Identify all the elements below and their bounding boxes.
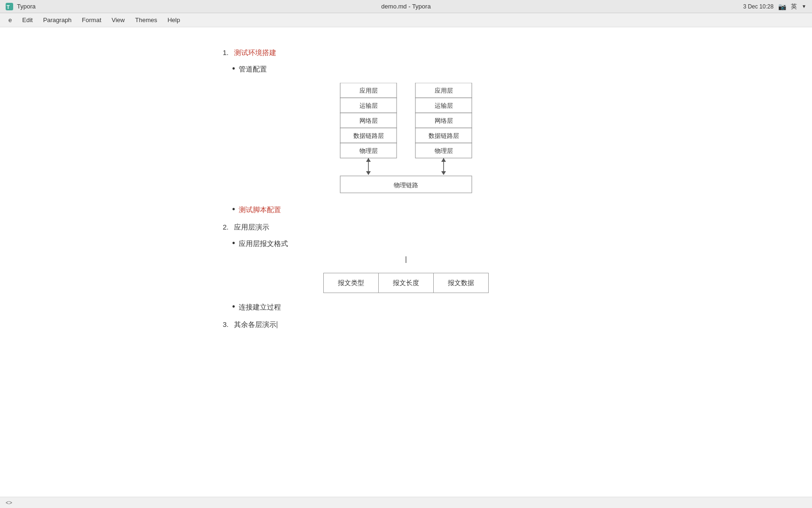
num-text-3: 其余各层演示 xyxy=(234,318,277,331)
bullet-dot-4: • xyxy=(232,302,235,311)
bullet-item-jiaob: • 测试脚本配置 xyxy=(232,203,589,216)
network-diagram-wrapper: 应用层 运输层 网络层 数据链路层 物理层 应用层 运输层 xyxy=(223,83,589,196)
table-cell-data: 报文数据 xyxy=(434,273,489,293)
svg-text:网络层: 网络层 xyxy=(359,117,378,124)
bullet-dot-2: • xyxy=(232,205,235,214)
svg-text:运输层: 运输层 xyxy=(435,102,453,109)
svg-text:应用层: 应用层 xyxy=(435,87,453,94)
status-text: <> xyxy=(6,500,12,506)
document[interactable]: 1. 测试环境搭建 • 管道配置 应用层 运输层 网络层 xyxy=(195,27,617,497)
titlebar: T Typora demo.md - Typora 3 Dec 10:28 📷 … xyxy=(0,0,812,13)
menubar: e Edit Paragraph Format View Themes Help xyxy=(0,13,812,27)
svg-marker-23 xyxy=(366,158,371,162)
num-1: 1. xyxy=(223,46,232,59)
svg-marker-24 xyxy=(366,171,371,175)
typora-icon: T xyxy=(6,3,13,10)
network-diagram: 应用层 运输层 网络层 数据链路层 物理层 应用层 运输层 xyxy=(336,83,476,196)
camera-icon: 📷 xyxy=(778,3,786,10)
bullet-text-lianjie: 连接建立过程 xyxy=(239,301,281,313)
bullet-dot-3: • xyxy=(232,239,235,247)
num-2: 2. xyxy=(223,221,232,233)
bullet-item-baow: • 应用层报文格式 xyxy=(232,237,589,250)
svg-text:数据链路层: 数据链路层 xyxy=(353,132,384,139)
menu-item-view[interactable]: View xyxy=(107,15,130,25)
svg-text:物理链路: 物理链路 xyxy=(394,182,418,189)
content-area: 1. 测试环境搭建 • 管道配置 应用层 运输层 网络层 xyxy=(0,27,812,497)
svg-text:物理层: 物理层 xyxy=(359,147,378,154)
svg-text:应用层: 应用层 xyxy=(359,87,378,94)
datetime: 3 Dec 10:28 xyxy=(743,3,773,10)
language-indicator: 英 xyxy=(791,2,797,11)
bullet-text-guandao: 管道配置 xyxy=(239,63,267,75)
menu-item-format[interactable]: Format xyxy=(77,15,106,25)
menu-item-themes[interactable]: Themes xyxy=(130,15,162,25)
bullet-text-jiaoben: 测试脚本配置 xyxy=(239,203,281,216)
chevron-down-icon: ▼ xyxy=(802,4,806,9)
app-name: Typora xyxy=(17,3,36,10)
bullet-item-guandao: • 管道配置 xyxy=(232,63,589,75)
menu-item-help[interactable]: Help xyxy=(163,15,185,25)
bullet-item-lianjie: • 连接建立过程 xyxy=(232,301,589,313)
menu-item-e[interactable]: e xyxy=(4,15,16,25)
bullet-dot-1: • xyxy=(232,64,235,73)
text-cursor-end xyxy=(277,321,277,328)
numbered-item-1: 1. 测试环境搭建 xyxy=(223,46,589,59)
message-table: 报文类型 报文长度 报文数据 xyxy=(323,273,489,293)
svg-marker-27 xyxy=(441,171,446,175)
table-header-row: 报文类型 报文长度 报文数据 xyxy=(324,273,489,293)
svg-text:物理层: 物理层 xyxy=(435,147,453,154)
svg-text:运输层: 运输层 xyxy=(359,102,378,109)
svg-text:T: T xyxy=(7,4,10,10)
document-title: demo.md - Typora xyxy=(381,3,430,10)
statusbar: <> xyxy=(0,497,812,508)
bullet-text-baow: 应用层报文格式 xyxy=(239,237,288,250)
text-cursor: | xyxy=(405,253,407,265)
menu-item-paragraph[interactable]: Paragraph xyxy=(39,15,77,25)
table-cell-length: 报文长度 xyxy=(379,273,434,293)
numbered-item-3: 3. 其余各层演示 xyxy=(223,318,589,331)
menu-item-edit[interactable]: Edit xyxy=(17,15,37,25)
table-wrapper: 报文类型 报文长度 报文数据 xyxy=(223,273,589,293)
titlebar-left: T Typora xyxy=(6,3,36,10)
cursor-area: | xyxy=(223,253,589,265)
num-3: 3. xyxy=(223,318,232,331)
table-cell-type: 报文类型 xyxy=(324,273,379,293)
numbered-item-2: 2. 应用层演示 xyxy=(223,221,589,233)
svg-text:数据链路层: 数据链路层 xyxy=(429,132,459,139)
svg-text:网络层: 网络层 xyxy=(435,117,453,124)
num-text-2: 应用层演示 xyxy=(234,221,269,233)
svg-marker-26 xyxy=(441,158,446,162)
titlebar-right: 3 Dec 10:28 📷 英 ▼ xyxy=(743,2,806,11)
num-text-1: 测试环境搭建 xyxy=(234,46,276,59)
